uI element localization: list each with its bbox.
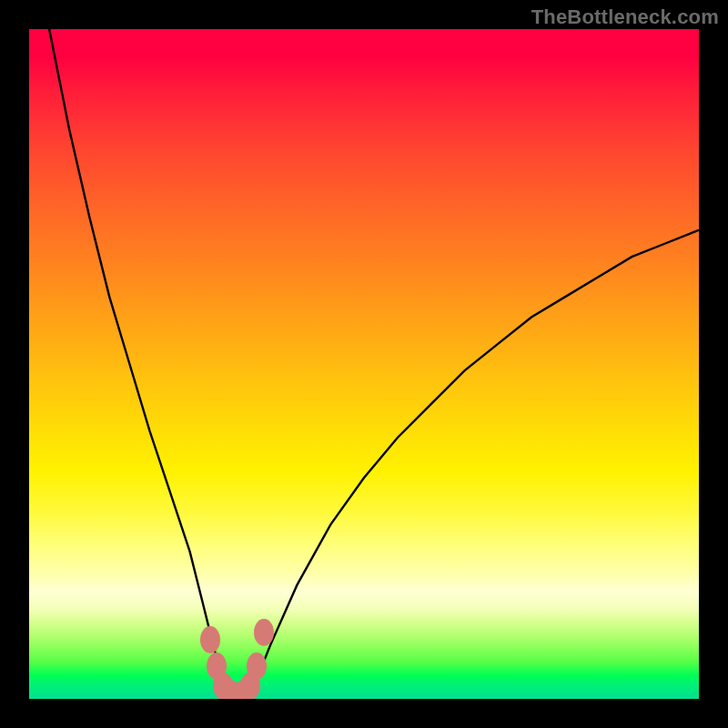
curve-marker (254, 619, 274, 646)
curve-marker (200, 626, 220, 653)
plot-area (29, 29, 699, 699)
watermark-text: TheBottleneck.com (531, 5, 719, 29)
bottleneck-curve (29, 29, 699, 699)
chart-frame: TheBottleneck.com (0, 0, 728, 728)
